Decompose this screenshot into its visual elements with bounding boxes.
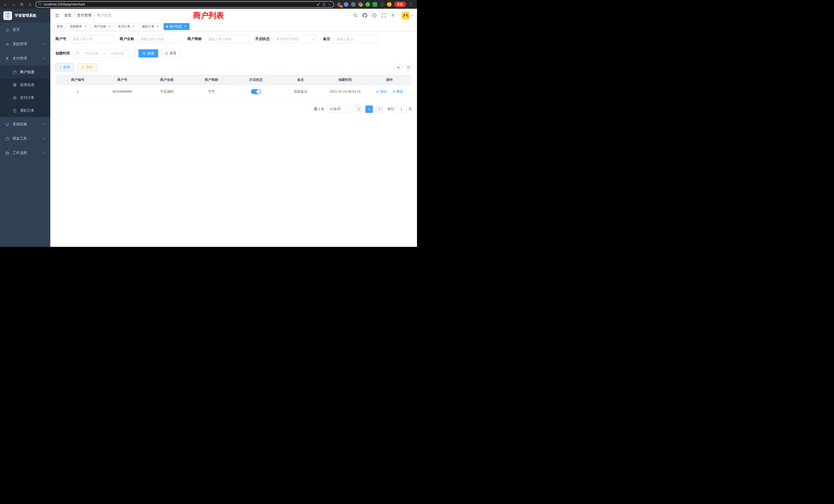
date-range-picker[interactable]: -	[73, 49, 136, 58]
export-button[interactable]: 导出	[77, 63, 97, 71]
chevron-down-icon	[312, 38, 314, 40]
filter-create-time: 创建时间 -	[56, 49, 136, 58]
extension-icon[interactable]	[373, 2, 377, 7]
start-date-input[interactable]	[81, 51, 102, 55]
breadcrumb: 首页 / 支付管理 / 商户信息	[64, 13, 111, 18]
github-icon[interactable]	[362, 13, 368, 18]
field-label: 商户全称	[120, 37, 134, 41]
extension-icon[interactable]	[387, 2, 392, 7]
short-name-input[interactable]	[205, 35, 249, 43]
logo-rabbit-icon	[3, 11, 12, 20]
close-icon[interactable]: ×	[132, 25, 135, 28]
edit-button[interactable]: 修改	[376, 89, 387, 94]
chrome-update-button[interactable]: 更新	[394, 2, 406, 7]
extension-icon[interactable]	[366, 2, 370, 7]
filter-short-name: 商户简称	[188, 35, 249, 43]
table-toolbar: + 新增 导出	[56, 63, 412, 71]
close-icon[interactable]: ×	[183, 25, 187, 28]
tab-label: 用户分组	[94, 24, 106, 29]
table-row: 1 M233666999 芋道源码 芋艿 我是备注 2021-10-23 08:…	[56, 85, 412, 98]
sidebar-item-label: 研发工具	[13, 136, 41, 141]
help-icon[interactable]: ?	[372, 13, 377, 18]
card-icon	[12, 70, 17, 74]
calendar-icon	[76, 51, 79, 55]
extensions-puzzle-icon[interactable]: 10	[337, 2, 341, 7]
total-count: 共 1 条	[314, 107, 324, 111]
status-select[interactable]: 请选择开启状态	[273, 35, 317, 43]
breadcrumb-payment[interactable]: 支付管理	[77, 13, 91, 18]
avatar[interactable]	[401, 12, 410, 20]
refresh-table-icon[interactable]	[405, 64, 412, 71]
fullscreen-icon[interactable]	[381, 13, 387, 18]
goto-page-input[interactable]	[396, 106, 407, 113]
tab-user-group[interactable]: 用户分组 ×	[91, 23, 114, 30]
site-info-icon[interactable]: ⓘ	[39, 2, 42, 7]
share-icon[interactable]	[322, 3, 326, 6]
chevron-down-icon	[43, 151, 46, 154]
address-bar[interactable]: ⓘ localhost:1024/pay/merchant ☆	[36, 1, 334, 8]
extension-icon[interactable]	[380, 2, 385, 7]
browser-menu-icon[interactable]: ⋮	[409, 2, 413, 7]
full-name-input[interactable]	[137, 35, 181, 43]
search-icon[interactable]	[353, 13, 358, 18]
tab-home[interactable]: 首页	[54, 23, 65, 30]
extension-icon[interactable]	[344, 2, 348, 7]
edit-icon	[376, 90, 379, 93]
font-size-icon[interactable]: TT	[391, 13, 396, 18]
close-icon[interactable]: ×	[156, 25, 159, 28]
reload-icon[interactable]: ↻	[19, 2, 25, 7]
search-button[interactable]: 搜索	[138, 49, 158, 58]
bookmark-star-icon[interactable]: ☆	[328, 3, 331, 6]
sidebar-item-system[interactable]: 系统管理	[0, 37, 50, 51]
sidebar-item-refund-order[interactable]: 退款订单	[0, 104, 50, 117]
status-toggle[interactable]	[251, 89, 261, 94]
hamburger-icon[interactable]	[54, 13, 60, 18]
url-text[interactable]: localhost:1024/pay/merchant	[44, 3, 314, 6]
password-key-icon[interactable]	[316, 3, 320, 6]
sidebar-item-infrastructure[interactable]: 基础设施	[0, 117, 50, 131]
delete-button[interactable]: 删除	[392, 89, 403, 94]
navbar-actions: ? TT	[353, 12, 413, 20]
end-date-input[interactable]	[107, 51, 128, 55]
breadcrumb-home[interactable]: 首页	[64, 13, 71, 18]
sidebar-item-merchant-info[interactable]: 商户信息	[0, 66, 50, 78]
page-content: 商户号 商户全称 商户简称 开启状态 请选择开启状态	[50, 31, 417, 247]
sidebar-item-devtools[interactable]: 研发工具	[0, 131, 50, 146]
tab-pay-order[interactable]: 支付订单 ×	[115, 23, 138, 30]
home-icon[interactable]: ⌂	[27, 2, 33, 7]
close-icon[interactable]: ×	[108, 25, 111, 28]
close-icon[interactable]: ×	[84, 25, 87, 28]
next-page-button[interactable]	[376, 106, 383, 113]
toggle-search-icon[interactable]	[395, 64, 402, 71]
add-button[interactable]: + 新增	[56, 63, 74, 71]
sidebar-item-home[interactable]: 首页	[0, 23, 50, 37]
tab-label: 首页	[57, 24, 63, 29]
plus-icon: +	[60, 65, 62, 69]
merchant-no-input[interactable]	[70, 35, 114, 43]
forward-icon[interactable]: →	[11, 2, 17, 7]
record-icon	[12, 95, 17, 100]
page-number-button[interactable]: 1	[366, 106, 373, 113]
sidebar-item-payment[interactable]: ¥ 支付管理	[0, 51, 50, 66]
remark-input[interactable]	[333, 35, 378, 43]
user-menu[interactable]	[401, 12, 413, 20]
extension-icon[interactable]	[358, 2, 363, 7]
prev-page-button[interactable]	[355, 106, 363, 113]
reset-button[interactable]: 重置	[161, 49, 180, 58]
tab-merchant-info[interactable]: 商户信息 ×	[163, 23, 190, 30]
tab-process-form[interactable]: 流程表单 ×	[67, 23, 90, 30]
page-size-select[interactable]: 10条/页	[327, 106, 352, 113]
tags-view: 首页 流程表单 × 用户分组 × 支付订单 × 退款订单 ×	[50, 22, 417, 31]
extension-icon[interactable]	[351, 2, 356, 7]
grid-icon	[12, 83, 17, 87]
sidebar-item-pay-order[interactable]: 支付订单	[0, 91, 50, 104]
sidebar-item-workflow[interactable]: 工作流程	[0, 146, 50, 160]
field-label: 开启状态	[255, 37, 270, 41]
app-logo[interactable]: 芋道管理系统	[0, 9, 50, 23]
tab-refund-order[interactable]: 退款订单 ×	[139, 23, 162, 30]
extension-badge: 10	[339, 5, 343, 8]
sidebar-item-app-info[interactable]: 应用信息	[0, 78, 50, 91]
caret-down-icon	[411, 14, 413, 16]
back-icon[interactable]: ←	[3, 2, 8, 7]
chevron-down-icon	[43, 122, 46, 125]
